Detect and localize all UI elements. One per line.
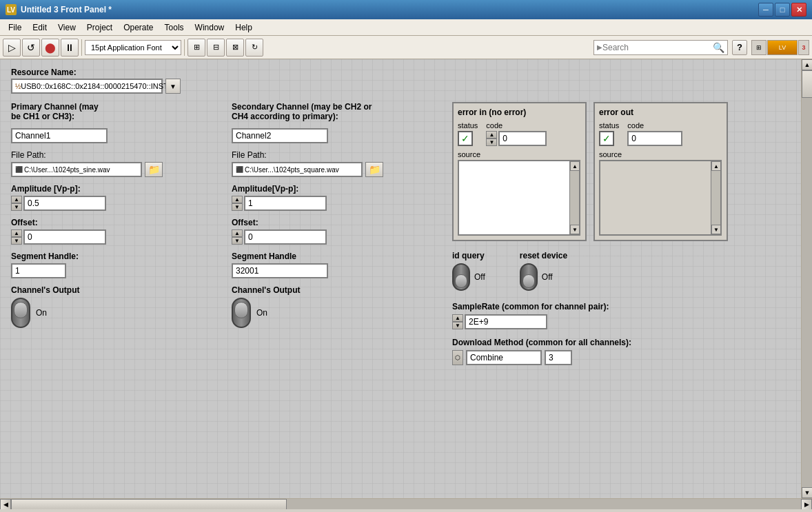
secondary-offset-down[interactable]: ▼: [232, 237, 243, 245]
primary-amplitude-group: Amplitude [Vp-p]: ▲ ▼: [11, 184, 204, 211]
menu-file[interactable]: File: [3, 21, 27, 34]
close-button[interactable]: ✕: [791, 3, 806, 17]
download-method-input[interactable]: [466, 350, 542, 365]
align-button[interactable]: ⊞: [187, 39, 205, 57]
primary-output-toggle[interactable]: [11, 298, 32, 328]
primary-channel-column: Primary Channel (may be CH1 or CH3): Fil…: [11, 102, 204, 365]
run-arrow-button[interactable]: ▷: [3, 39, 21, 57]
secondary-amplitude-up[interactable]: ▲: [232, 196, 243, 203]
primary-folder-button[interactable]: 📁: [145, 162, 163, 177]
primary-amplitude-input[interactable]: [23, 196, 106, 211]
error-out-source-label: source: [599, 150, 722, 158]
error-in-code-input[interactable]: [498, 131, 547, 146]
error-in-code-up[interactable]: ▲: [486, 131, 497, 139]
sample-rate-down[interactable]: ▼: [452, 322, 463, 329]
primary-output-label: Channel's Output: [11, 285, 204, 295]
resource-label: Resource Name:: [11, 68, 790, 77]
menu-view[interactable]: View: [52, 21, 81, 34]
primary-amplitude-down[interactable]: ▼: [11, 203, 22, 211]
secondary-amplitude-down[interactable]: ▼: [232, 203, 243, 211]
minimize-button[interactable]: ─: [758, 3, 773, 17]
scroll-up-button[interactable]: ▲: [802, 59, 812, 70]
error-out-source-box: ▲ ▼: [599, 160, 722, 236]
error-in-source-label: source: [458, 150, 581, 158]
secondary-output-value: On: [256, 308, 267, 318]
primary-channel-label2: be CH1 or CH3):: [11, 112, 74, 121]
menu-project[interactable]: Project: [81, 21, 118, 34]
secondary-amplitude-row: ▲ ▼: [232, 196, 425, 211]
panel-grid-icon[interactable]: ⊞: [751, 40, 767, 55]
resource-input[interactable]: ½ USB0::0x168C::0x2184::0000215470::INST…: [11, 79, 163, 94]
panel-mode-icon[interactable]: LV: [767, 40, 798, 55]
resource-dropdown-button[interactable]: ▼: [165, 79, 181, 94]
error-out-scroll-down[interactable]: ▼: [711, 225, 721, 234]
menu-help[interactable]: Help: [230, 21, 258, 34]
sample-rate-input[interactable]: [465, 314, 547, 329]
error-out-scrollbar: ▲ ▼: [711, 161, 720, 234]
scroll-thumb[interactable]: [802, 70, 812, 98]
abort-button[interactable]: ⬤: [41, 39, 59, 57]
scroll-down-button[interactable]: ▼: [802, 487, 812, 498]
secondary-offset-up[interactable]: ▲: [232, 229, 243, 237]
error-in-scroll-down[interactable]: ▼: [570, 225, 580, 234]
primary-offset-down[interactable]: ▼: [11, 237, 22, 245]
reset-device-group: reset device Off: [520, 251, 567, 291]
primary-offset-spinner: ▲ ▼: [11, 229, 22, 245]
bottom-scrollbar: ◀ ▶: [0, 498, 812, 509]
menu-window[interactable]: Window: [190, 21, 230, 34]
font-selector[interactable]: 15pt Application Font: [85, 40, 181, 55]
main-area: Resource Name: ½ USB0::0x168C::0x2184::0…: [0, 59, 812, 498]
error-in-scroll-up[interactable]: ▲: [570, 161, 580, 171]
primary-filepath-input[interactable]: ⬛ C:\User...\1024pts_sine.wav: [11, 162, 142, 177]
secondary-folder-button[interactable]: 📁: [365, 162, 383, 177]
grid-panel: Resource Name: ½ USB0::0x168C::0x2184::0…: [0, 59, 801, 498]
primary-channel-input[interactable]: [11, 128, 108, 143]
scroll-right-button[interactable]: ▶: [801, 499, 812, 510]
app-icon: LV: [6, 4, 17, 15]
id-query-row: Off: [452, 263, 485, 291]
error-out-scroll-up[interactable]: ▲: [711, 161, 721, 171]
reorder-button[interactable]: ↻: [245, 39, 263, 57]
window-controls: ─ □ ✕: [758, 3, 806, 17]
secondary-segment-input[interactable]: [232, 263, 328, 278]
h-scroll-thumb[interactable]: [11, 499, 287, 510]
reset-device-toggle[interactable]: [520, 263, 538, 291]
pause-button[interactable]: ⏸: [61, 39, 79, 57]
scroll-left-button[interactable]: ◀: [0, 499, 11, 510]
primary-segment-input[interactable]: [11, 263, 66, 278]
id-query-toggle[interactable]: [452, 263, 470, 291]
secondary-filepath-input[interactable]: ⬛ C:\User...\1024pts_square.wav: [232, 162, 363, 177]
download-method-spinner[interactable]: ⬡: [452, 350, 463, 365]
search-input[interactable]: [602, 43, 713, 52]
search-icon: 🔍: [713, 42, 724, 53]
menu-tools[interactable]: Tools: [159, 21, 190, 34]
resize-button[interactable]: ⊠: [226, 39, 244, 57]
primary-offset-input[interactable]: [23, 229, 106, 245]
download-method-label: Download Method (common for all channels…: [452, 338, 742, 347]
secondary-offset-input[interactable]: [244, 229, 327, 245]
sample-rate-up[interactable]: ▲: [452, 314, 463, 322]
primary-offset-row: ▲ ▼: [11, 229, 204, 245]
error-in-code-down[interactable]: ▼: [486, 139, 497, 146]
menu-operate[interactable]: Operate: [118, 21, 159, 34]
primary-amplitude-up[interactable]: ▲: [11, 196, 22, 203]
distribute-button[interactable]: ⊟: [207, 39, 225, 57]
help-button[interactable]: ?: [732, 40, 747, 55]
sample-rate-label: SampleRate (common for channel pair):: [452, 302, 742, 311]
secondary-output-toggle[interactable]: [232, 298, 252, 328]
restore-button[interactable]: □: [775, 3, 790, 17]
secondary-channel-input[interactable]: [232, 128, 328, 143]
error-in-scroll-track: [570, 171, 579, 225]
secondary-amplitude-input[interactable]: [244, 196, 327, 211]
error-sections: error in (no error) status ✓ code: [452, 102, 742, 241]
error-in-code-group: code ▲ ▼: [486, 121, 547, 146]
error-out-code-input[interactable]: [627, 131, 682, 146]
download-method-num-input[interactable]: [545, 350, 572, 365]
menu-edit[interactable]: Edit: [27, 21, 52, 34]
secondary-output-label: Channel's Output: [232, 285, 425, 295]
reset-device-label: reset device: [520, 251, 567, 260]
run-continuously-button[interactable]: ↺: [22, 39, 40, 57]
error-out-fields: status ✓ code: [599, 121, 722, 146]
resource-value: USB0::0x168C::0x2184::0000215470::INSTR: [21, 82, 173, 90]
primary-offset-up[interactable]: ▲: [11, 229, 22, 237]
